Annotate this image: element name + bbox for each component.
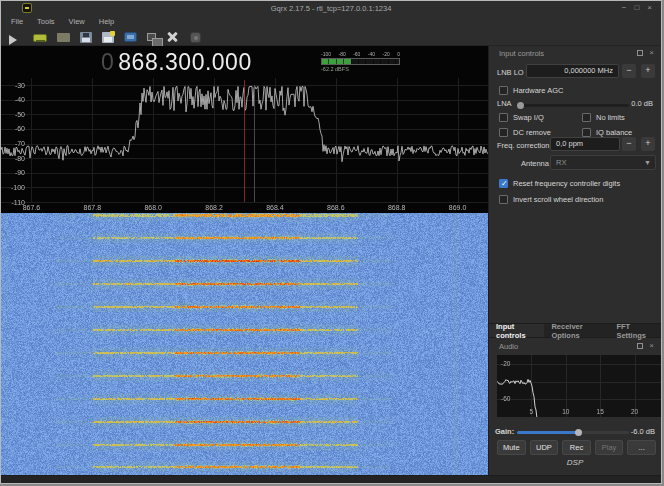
tab-receiver-options[interactable]: Receiver Options bbox=[544, 324, 609, 337]
audio-fft-plot[interactable] bbox=[497, 355, 662, 417]
gqrx-window: Gqrx 2.17.5 - rtl_tcp=127.0.0.1:1234 − □… bbox=[0, 0, 662, 484]
swap-iq-checkbox[interactable]: Swap I/Q bbox=[499, 113, 544, 122]
tab-fft-settings[interactable]: FFT Settings bbox=[609, 324, 661, 337]
meter-value: -62.2 dBFS bbox=[321, 66, 400, 72]
io-config-icon[interactable] bbox=[33, 34, 47, 42]
rec-button[interactable]: Rec bbox=[562, 440, 591, 455]
open-file-icon[interactable] bbox=[57, 33, 70, 42]
input-controls-dock-title: Input controls bbox=[499, 49, 544, 58]
gain-slider-fill bbox=[517, 431, 579, 434]
freq-correction-increase-button[interactable]: + bbox=[641, 137, 655, 151]
gain-slider-handle[interactable] bbox=[575, 429, 582, 436]
freq-correction-decrease-button[interactable]: − bbox=[622, 137, 636, 151]
save-as-icon[interactable] bbox=[102, 32, 114, 43]
lna-value: 0.0 dB bbox=[631, 99, 653, 108]
meter-ticks bbox=[322, 59, 399, 64]
dsp-footer-label: DSP bbox=[489, 458, 661, 467]
more-button[interactable]: ... bbox=[627, 440, 656, 455]
lna-slider[interactable] bbox=[517, 104, 629, 107]
antenna-label: Antenna bbox=[521, 159, 549, 168]
waterfall-plot[interactable] bbox=[1, 213, 488, 475]
frequency-display[interactable]: 0868.300.000 bbox=[101, 49, 252, 76]
meter-bar bbox=[321, 58, 400, 65]
menu-file[interactable]: File bbox=[4, 17, 30, 26]
lnb-lo-label: LNB LO bbox=[497, 68, 524, 77]
lna-slider-handle[interactable] bbox=[517, 102, 524, 109]
dc-remove-checkbox[interactable]: DC remove bbox=[499, 128, 551, 137]
antenna-select[interactable]: RX ▼ bbox=[550, 155, 656, 170]
dock-close-icon[interactable]: × bbox=[649, 49, 654, 57]
gain-label: Gain: bbox=[495, 427, 514, 436]
duplicate-window-icon[interactable] bbox=[147, 33, 156, 41]
lnb-lo-increase-button[interactable]: + bbox=[641, 64, 655, 78]
chevron-down-icon: ▼ bbox=[644, 156, 651, 169]
frequency-leading-digit: 0 bbox=[101, 49, 114, 75]
menu-help[interactable]: Help bbox=[92, 17, 121, 26]
remote-display-icon[interactable] bbox=[124, 32, 137, 42]
freq-correction-field[interactable]: 0,0 ppm bbox=[550, 137, 620, 151]
mute-button[interactable]: Mute bbox=[497, 440, 526, 455]
close-button[interactable]: × bbox=[647, 1, 652, 15]
dock-close-icon[interactable]: × bbox=[649, 342, 654, 350]
dock-tabbar: Input controls Receiver Options FFT Sett… bbox=[489, 323, 661, 338]
no-limits-checkbox[interactable]: No limits bbox=[582, 113, 625, 122]
input-controls-dock-header: Input controls × bbox=[489, 46, 661, 60]
meter-scale: -100 -80 -60 -40 -20 0 bbox=[321, 51, 400, 57]
tools-icon[interactable] bbox=[166, 31, 180, 43]
frequency-value: 868.300.000 bbox=[118, 49, 251, 75]
start-dsp-icon[interactable] bbox=[9, 31, 23, 43]
lna-label: LNA bbox=[497, 99, 512, 108]
toolbar bbox=[1, 28, 661, 46]
minimize-button[interactable]: − bbox=[622, 1, 627, 15]
lnb-lo-decrease-button[interactable]: − bbox=[622, 64, 636, 78]
signal-strength-meter: -100 -80 -60 -40 -20 0 -62.2 dBFS bbox=[321, 51, 400, 72]
freq-correction-label: Freq. correction bbox=[497, 141, 550, 150]
maximize-button[interactable]: □ bbox=[634, 1, 639, 15]
play-button[interactable]: Play bbox=[595, 440, 624, 455]
bottom-strip bbox=[1, 475, 661, 484]
plotter-area: 0868.300.000 -100 -80 -60 -40 -20 0 bbox=[1, 46, 488, 475]
menubar: File Tools View Help bbox=[1, 15, 661, 28]
spectrum-panel: 0868.300.000 -100 -80 -60 -40 -20 0 bbox=[1, 46, 488, 213]
dock-panel: Input controls × LNB LO 0,000000 MHz − +… bbox=[488, 46, 661, 475]
udp-button[interactable]: UDP bbox=[530, 440, 559, 455]
titlebar: Gqrx 2.17.5 - rtl_tcp=127.0.0.1:1234 − □… bbox=[1, 1, 661, 15]
hardware-agc-box[interactable] bbox=[499, 86, 508, 95]
menu-view[interactable]: View bbox=[62, 17, 92, 26]
invert-scroll-checkbox[interactable]: Invert scroll wheel direction bbox=[499, 195, 603, 204]
audio-buttons: Mute UDP Rec Play ... bbox=[497, 440, 656, 455]
audio-dock-header: Audio × bbox=[489, 339, 661, 353]
save-icon[interactable] bbox=[80, 32, 92, 43]
window-title: Gqrx 2.17.5 - rtl_tcp=127.0.0.1:1234 bbox=[1, 4, 661, 13]
audio-dock-title: Audio bbox=[499, 342, 518, 351]
dock-float-icon[interactable] bbox=[637, 50, 643, 56]
iq-balance-checkbox[interactable]: IQ balance bbox=[582, 128, 632, 137]
lnb-lo-field[interactable]: 0,000000 MHz bbox=[526, 64, 619, 78]
reset-digits-checkbox[interactable]: Reset frequency controller digits bbox=[499, 179, 620, 188]
menu-tools[interactable]: Tools bbox=[30, 17, 62, 26]
dock-float-icon[interactable] bbox=[637, 343, 643, 349]
tab-input-controls[interactable]: Input controls bbox=[489, 324, 544, 337]
gain-value: -6.0 dB bbox=[631, 427, 655, 436]
hardware-agc-checkbox[interactable]: Hardware AGC bbox=[499, 86, 563, 95]
plugins-icon[interactable] bbox=[190, 32, 201, 43]
